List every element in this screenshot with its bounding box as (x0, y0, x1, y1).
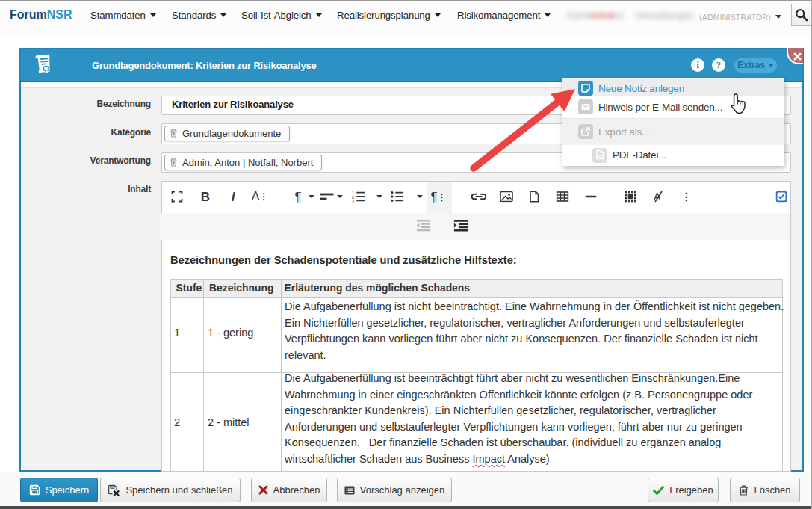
svg-text:A: A (654, 191, 661, 203)
svg-text:3: 3 (351, 199, 353, 203)
svg-text:PDF: PDF (598, 153, 605, 158)
